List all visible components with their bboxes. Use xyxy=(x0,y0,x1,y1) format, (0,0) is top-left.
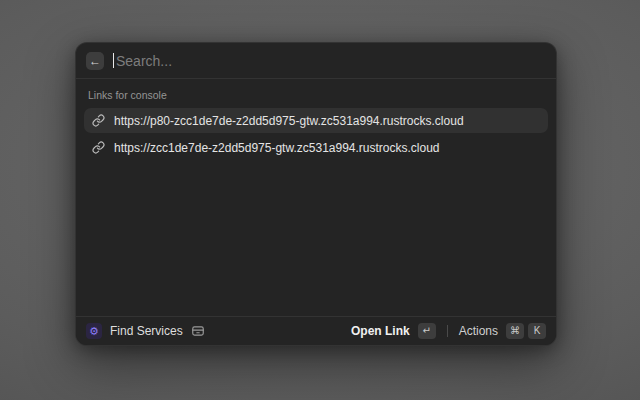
list-item-link-1[interactable]: https://p80-zcc1de7de-z2dd5d975-gtw.zc53… xyxy=(84,108,548,133)
k-keycap: K xyxy=(528,323,546,339)
command-name: Find Services xyxy=(110,324,183,338)
active-command: ⚙ Find Services xyxy=(86,323,205,339)
footer-divider xyxy=(447,325,448,337)
search-input[interactable]: Search... xyxy=(113,43,546,78)
search-placeholder: Search... xyxy=(116,53,172,69)
list-item-link-2[interactable]: https://zcc1de7de-z2dd5d975-gtw.zc531a99… xyxy=(84,135,548,160)
cmd-keycap: ⌘ xyxy=(506,323,524,339)
link-url: https://p80-zcc1de7de-z2dd5d975-gtw.zc53… xyxy=(114,114,464,128)
back-button[interactable]: ← xyxy=(86,52,104,70)
link-icon xyxy=(92,114,105,127)
footer-bar: ⚙ Find Services Open Link ↵ Actions ⌘ K xyxy=(76,316,556,345)
results-list: Links for console https://p80-zcc1de7de-… xyxy=(76,79,556,316)
section-header: Links for console xyxy=(84,87,548,108)
link-url: https://zcc1de7de-z2dd5d975-gtw.zc531a99… xyxy=(114,141,440,155)
text-caret xyxy=(113,53,114,68)
command-palette-window: ← Search... Links for console https://p8… xyxy=(75,42,557,346)
open-link-button[interactable]: Open Link xyxy=(351,324,410,338)
gear-icon: ⚙ xyxy=(86,323,102,339)
footer-actions: Open Link ↵ Actions ⌘ K xyxy=(351,323,546,339)
link-icon xyxy=(92,141,105,154)
archive-icon xyxy=(191,324,205,338)
enter-keycap: ↵ xyxy=(418,323,436,339)
actions-shortcut: ⌘ K xyxy=(506,323,546,339)
search-header: ← Search... xyxy=(76,43,556,79)
actions-button[interactable]: Actions xyxy=(459,324,498,338)
